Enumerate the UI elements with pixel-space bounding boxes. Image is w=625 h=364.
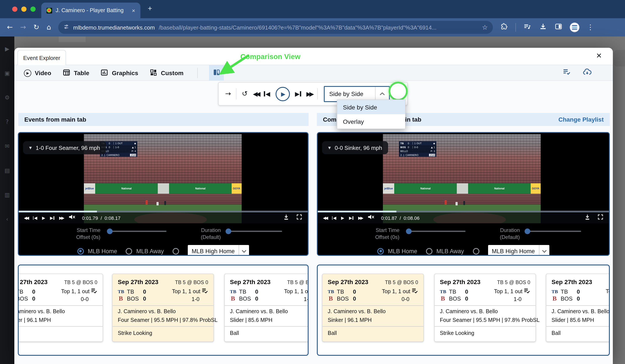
radio-mlb-home[interactable]: MLB Home: [377, 248, 417, 254]
clip-fast-forward-icon[interactable]: ▶▶: [358, 216, 362, 220]
back-icon[interactable]: ←: [7, 24, 13, 31]
radio-icon[interactable]: [473, 248, 479, 254]
radio-selected-icon[interactable]: [77, 248, 84, 254]
nav-table[interactable]: Table: [62, 68, 89, 78]
next-event-icon[interactable]: ▶: [295, 91, 301, 97]
video-progress-bar[interactable]: [318, 211, 609, 212]
playlist-check-icon[interactable]: [412, 288, 418, 295]
bookmark-star-icon[interactable]: ☆: [482, 24, 488, 31]
slider-thumb[interactable]: [226, 228, 231, 234]
event-list-left[interactable]: Sep 27th 2023TB 5 @ BOS 0 TBTB0 BBOS0 To…: [18, 265, 309, 356]
tab-event-explorer[interactable]: Event Explorer: [17, 50, 66, 65]
browser-tab[interactable]: J. Caminero - Player Batting ×: [41, 3, 140, 18]
mute-icon[interactable]: [68, 214, 76, 222]
browser-menu-icon[interactable]: ⋮: [587, 24, 594, 31]
home-icon[interactable]: ⌂: [47, 24, 51, 31]
nav-graphics[interactable]: Graphics: [101, 68, 138, 78]
event-card-selected[interactable]: Sep 27th 2023TB 5 @ BOS 0 TBTB0 BBOS0 To…: [322, 274, 424, 342]
restart-icon[interactable]: ↺: [242, 90, 248, 97]
nav-video[interactable]: ▶ Video: [24, 69, 51, 77]
menu-option-overlay[interactable]: Overlay: [337, 114, 405, 129]
event-card[interactable]: Sep 27th 2023TB 5 @ BOS 0 TBTB0 BBOS0 To…: [224, 274, 309, 342]
traffic-light-close-icon[interactable]: [12, 6, 17, 12]
camera-angle-select[interactable]: MLB High Home: [188, 245, 249, 256]
mute-icon[interactable]: [367, 214, 375, 222]
duration-slider[interactable]: [526, 231, 581, 232]
chevron-down-icon[interactable]: [539, 245, 549, 256]
radio-custom-angle[interactable]: [173, 248, 179, 254]
radio-icon[interactable]: [426, 248, 433, 254]
fast-forward-icon[interactable]: ▶▶: [306, 91, 312, 97]
clip-download-icon[interactable]: [283, 214, 289, 222]
nav-custom[interactable]: Custom: [150, 68, 184, 78]
playlist-check-icon[interactable]: [524, 288, 530, 295]
radio-custom-angle[interactable]: [473, 248, 479, 254]
traffic-light-minimize-icon[interactable]: [21, 6, 27, 12]
clip-next-icon[interactable]: ▶: [50, 216, 54, 220]
profile-avatar[interactable]: [570, 23, 580, 32]
rewind-icon[interactable]: ◀◀: [253, 91, 259, 97]
previous-event-icon[interactable]: ◀: [264, 91, 270, 97]
chevron-down-icon[interactable]: [239, 245, 249, 256]
slider-thumb[interactable]: [525, 228, 530, 234]
cloud-download-icon[interactable]: [582, 67, 592, 79]
chevron-up-icon[interactable]: [375, 87, 389, 101]
playlist-check-icon[interactable]: [202, 288, 208, 295]
slider-thumb[interactable]: [107, 228, 113, 234]
step-through-icon[interactable]: →: [225, 90, 231, 97]
slider-thumb[interactable]: [406, 228, 412, 234]
playlist-check-icon[interactable]: [562, 68, 571, 78]
video-frame[interactable]: jetBlue National National GOYA TB01 OUT◆…: [19, 133, 308, 223]
new-tab-button[interactable]: +: [148, 4, 152, 13]
media-playlist-icon[interactable]: [524, 22, 532, 32]
clip-title-dropdown[interactable]: ▼ 0-0 Sinker, 96 mph: [322, 141, 388, 154]
clip-previous-icon[interactable]: ◀: [332, 216, 336, 220]
start-offset-slider[interactable]: [407, 231, 466, 232]
traffic-light-zoom-icon[interactable]: [31, 6, 36, 12]
extensions-icon[interactable]: [500, 23, 508, 32]
clip-title-dropdown[interactable]: ▼ 1-0 Four Seamer, 96 mph: [23, 141, 106, 154]
redsox-logo: B: [552, 295, 558, 302]
side-panel-icon[interactable]: [555, 23, 563, 32]
event-situation: Top 1, 1 out: [494, 288, 522, 295]
event-list-right[interactable]: Sep 27th 2023TB 5 @ BOS 0 TBTB0 BBOS0 To…: [317, 265, 610, 356]
tab-close-icon[interactable]: ×: [132, 7, 135, 14]
event-card[interactable]: Sep 27th 2023TB 5 @ BOS 0 TBTB0 BBOS0 To…: [434, 274, 536, 342]
duration-slider[interactable]: [226, 231, 282, 232]
video-progress-bar[interactable]: [19, 211, 308, 212]
clip-next-icon[interactable]: ▶: [349, 216, 353, 220]
address-bar[interactable]: mlbdemo.trumedianetworks.com /baseball/p…: [59, 21, 493, 34]
radio-mlb-away[interactable]: MLB Away: [426, 248, 464, 254]
clip-download-icon[interactable]: [584, 214, 591, 222]
reload-icon[interactable]: ↻: [33, 24, 39, 31]
clip-play-icon[interactable]: ▶: [42, 216, 45, 220]
downloads-icon[interactable]: [539, 22, 547, 32]
clip-rewind-icon[interactable]: ◀◀: [323, 216, 327, 220]
clip-play-icon[interactable]: ▶: [341, 216, 344, 220]
close-icon[interactable]: ×: [596, 50, 602, 61]
clip-previous-icon[interactable]: ◀: [33, 216, 37, 220]
forward-icon[interactable]: →: [20, 24, 26, 31]
radio-icon[interactable]: [173, 248, 179, 254]
radio-icon[interactable]: [126, 248, 132, 254]
event-card[interactable]: Sep 27th 2023TB 5 @ BOS 0 TBTB0 BBOS0 To…: [546, 274, 610, 342]
radio-selected-icon[interactable]: [377, 248, 384, 254]
redsox-logo: B: [440, 295, 446, 302]
event-card-selected[interactable]: Sep 27th 2023TB 5 @ BOS 0 TBTB0 BBOS0 To…: [112, 274, 214, 342]
fullscreen-icon[interactable]: [296, 214, 303, 222]
site-settings-icon[interactable]: [64, 24, 69, 31]
fullscreen-icon[interactable]: [597, 214, 604, 222]
start-offset-slider[interactable]: [108, 231, 166, 232]
menu-option-side-by-side[interactable]: Side by Side: [337, 100, 405, 114]
change-playlist-link[interactable]: Change Playlist: [558, 116, 604, 123]
camera-angle-select[interactable]: MLB High Home: [488, 245, 549, 256]
clip-rewind-icon[interactable]: ◀◀: [24, 216, 28, 220]
video-frame[interactable]: jetBlue National National GOYA TB01 OUT◆…: [318, 133, 609, 223]
event-card[interactable]: Sep 27th 2023TB 5 @ BOS 0 TBTB0 BBOS0 To…: [18, 274, 103, 342]
sidebar-image-icon: ▥: [4, 182, 10, 207]
radio-mlb-home[interactable]: MLB Home: [77, 248, 117, 254]
radio-mlb-away[interactable]: MLB Away: [126, 248, 164, 254]
clip-fast-forward-icon[interactable]: ▶▶: [59, 216, 63, 220]
play-button[interactable]: ▶: [275, 87, 290, 101]
playlist-check-icon[interactable]: [91, 288, 97, 295]
